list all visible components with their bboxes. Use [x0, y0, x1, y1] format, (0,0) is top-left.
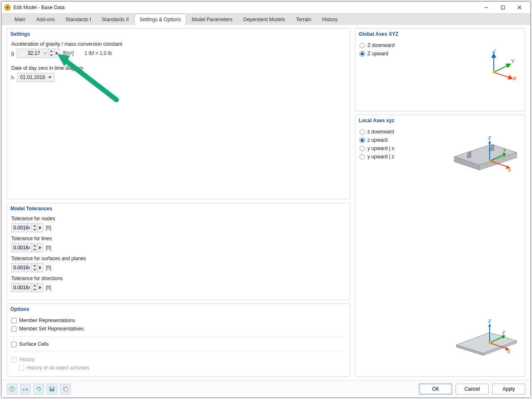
- svg-line-7: [494, 64, 510, 72]
- tolerance-spin-up-0[interactable]: [32, 224, 37, 228]
- tolerance-label-2: Tolerance for surfaces and planes: [11, 256, 345, 261]
- svg-text:x: x: [508, 167, 511, 173]
- panel-title-settings: Settings: [7, 29, 350, 39]
- svg-text:z: z: [488, 135, 491, 140]
- local-axes-beam-icon: z y x: [450, 132, 521, 182]
- settings-panel: Settings Acceleration of gravity / mass …: [7, 28, 350, 200]
- svg-rect-2: [501, 6, 505, 9]
- svg-point-18: [488, 160, 491, 162]
- tolerance-input-0[interactable]: [12, 225, 32, 231]
- options-panel: Options Member Representations Member Se…: [7, 303, 350, 377]
- gravity-note: 1 lbf = 1.0 lb: [84, 50, 112, 56]
- tool-refresh[interactable]: [33, 384, 44, 394]
- svg-text:z: z: [488, 318, 491, 324]
- panel-title-tolerances: Model Tolerances: [7, 203, 350, 213]
- tolerance-spin-up-2[interactable]: [32, 264, 37, 268]
- svg-point-11: [493, 71, 495, 74]
- svg-rect-32: [64, 388, 67, 391]
- gravity-input-box[interactable]: [17, 49, 60, 58]
- tab-settings-options[interactable]: Settings & Options: [134, 14, 186, 25]
- tolerances-panel: Model Tolerances Tolerance for nodes [ft…: [7, 203, 350, 300]
- tolerance-label-3: Tolerance for directions: [11, 276, 345, 281]
- svg-point-25: [488, 342, 491, 344]
- tolerance-unit-3: [ft]: [46, 285, 51, 291]
- tolerance-label-0: Tolerance for nodes: [11, 216, 345, 222]
- panel-title-options: Options: [7, 304, 350, 314]
- tolerance-input-box-2[interactable]: [11, 263, 43, 272]
- tolerance-input-box-3[interactable]: [11, 283, 43, 292]
- tolerance-play-0[interactable]: [37, 224, 43, 232]
- tab-history[interactable]: History: [317, 14, 343, 25]
- tab-standards2[interactable]: Standards II: [96, 14, 134, 25]
- panel-title-local-axes: Local Axes xyz: [355, 115, 525, 125]
- svg-text:Z: Z: [492, 49, 496, 54]
- tolerance-spin-up-1[interactable]: [32, 244, 37, 248]
- local-axes-panel: Local Axes xyz z downwardz upwardy upwar…: [355, 115, 525, 377]
- date-dropdown[interactable]: 01.01.2016: [17, 73, 54, 82]
- tolerance-spin-down-2[interactable]: [32, 268, 37, 272]
- gravity-input[interactable]: [17, 50, 42, 56]
- svg-line-9: [494, 72, 512, 79]
- tool-units[interactable]: 0.00: [20, 384, 31, 394]
- tolerance-spin-down-3[interactable]: [32, 288, 37, 292]
- panel-title-global-axes: Global Axes XYZ: [355, 29, 525, 39]
- gravity-spin-down[interactable]: [49, 53, 54, 57]
- gravity-prefix: g: [11, 50, 14, 56]
- tool-copy[interactable]: [60, 384, 71, 394]
- tab-main[interactable]: Main: [9, 14, 31, 25]
- apply-button[interactable]: Apply: [492, 384, 525, 394]
- tab-terrain[interactable]: Terrain: [291, 14, 317, 25]
- svg-text:x: x: [507, 349, 510, 355]
- check-member-set-rep[interactable]: Member Set Representatives: [11, 325, 345, 333]
- tolerance-spin-down-0[interactable]: [32, 228, 37, 232]
- svg-rect-30: [51, 387, 53, 389]
- chevron-down-icon[interactable]: [43, 52, 47, 54]
- svg-text:X: X: [512, 75, 517, 81]
- tolerance-input-1[interactable]: [12, 245, 32, 251]
- tolerance-unit-2: [ft]: [46, 265, 51, 271]
- window-title: Edit Model - Base Data: [13, 5, 478, 10]
- radio-global-z-down[interactable]: Z downward: [360, 41, 521, 49]
- tolerance-spin-up-3[interactable]: [32, 283, 37, 288]
- global-axes-panel: Global Axes XYZ Z downward Z upward Z Y …: [355, 28, 525, 111]
- gravity-unit: [ft/s²]: [63, 50, 74, 56]
- local-axes-plate-icon: z y x: [450, 318, 521, 368]
- minimize-button[interactable]: [478, 2, 495, 12]
- tolerance-play-1[interactable]: [37, 244, 43, 252]
- tolerance-input-box-0[interactable]: [11, 223, 43, 232]
- tool-help[interactable]: ?: [7, 384, 17, 394]
- gravity-label: Acceleration of gravity / mass conversio…: [11, 41, 345, 47]
- gravity-spin-up[interactable]: [49, 49, 54, 53]
- svg-text:0.00: 0.00: [22, 388, 28, 392]
- tolerance-unit-1: [ft]: [46, 245, 51, 251]
- tolerance-play-2[interactable]: [37, 264, 43, 272]
- gravity-play-button[interactable]: [54, 49, 60, 57]
- date-value: 01.01.2016: [20, 74, 48, 80]
- check-history-all: History of all object activities: [19, 364, 345, 372]
- check-surface-cells[interactable]: Surface Cells: [11, 340, 345, 348]
- tolerance-input-3[interactable]: [12, 285, 32, 291]
- tab-model-parameters[interactable]: Model Parameters: [186, 14, 238, 25]
- tolerance-input-2[interactable]: [12, 265, 32, 271]
- svg-text:y: y: [502, 329, 505, 335]
- close-button[interactable]: [511, 2, 528, 12]
- tolerance-play-3[interactable]: [37, 283, 43, 292]
- footer: ? 0.00 OK Cancel Apply: [2, 380, 530, 397]
- date-label: Date of day zero in time diagram: [11, 65, 345, 71]
- tab-dependent-models[interactable]: Dependent Models: [238, 14, 291, 25]
- tabbar: Main Add-ons Standards I Standards II Se…: [2, 13, 530, 25]
- cancel-button[interactable]: Cancel: [456, 384, 489, 394]
- tab-addons[interactable]: Add-ons: [31, 14, 60, 25]
- tool-save[interactable]: [47, 384, 57, 394]
- tab-standards1[interactable]: Standards I: [60, 14, 96, 25]
- tolerance-label-1: Tolerance for lines: [11, 236, 345, 241]
- global-axes-icon: Z Y X: [483, 49, 517, 83]
- check-member-rep[interactable]: Member Representations: [11, 316, 345, 325]
- svg-text:?: ?: [11, 387, 13, 392]
- tolerance-unit-0: [ft]: [46, 225, 51, 231]
- tolerance-input-box-1[interactable]: [11, 243, 43, 252]
- maximize-button[interactable]: [495, 2, 511, 12]
- tolerance-spin-down-1[interactable]: [32, 248, 37, 252]
- svg-text:Y: Y: [511, 58, 515, 64]
- ok-button[interactable]: OK: [419, 384, 452, 394]
